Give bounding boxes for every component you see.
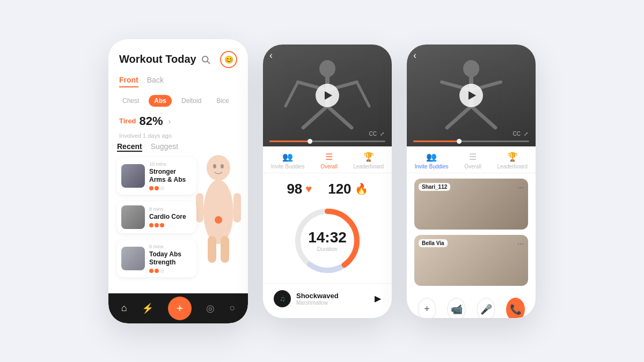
music-play-button[interactable]: ▶: [375, 293, 381, 304]
spotify-icon: ♫: [274, 290, 291, 307]
tab-back[interactable]: Back: [147, 76, 164, 87]
tab-p3-invite[interactable]: 👥 Invite Buddies: [415, 152, 449, 169]
timer-ring-wrapper: 14:32 Duration: [292, 206, 362, 276]
trophy-icon: 🏆: [363, 152, 374, 162]
section-tabs: Recent Suggest: [117, 142, 196, 152]
muscle-chest[interactable]: Chest: [117, 95, 144, 107]
video-progress-fill: [269, 141, 310, 142]
phone-workout-today: Workout Today 😊 Front Back Chest: [108, 39, 248, 323]
p3-overall-icon: ☰: [469, 152, 477, 162]
action-buttons: + 📹 🎤 📞: [407, 291, 536, 318]
tab-leaderboard[interactable]: 🏆 Leaderboard: [353, 152, 384, 169]
stats-arrow: ›: [169, 117, 171, 125]
heart-rate-value: 98: [287, 181, 302, 197]
calories-value: 120: [328, 181, 351, 197]
workout-thumb-3: [121, 247, 145, 270]
muscle-tabs: Chest Abs Deltoid Bice: [108, 92, 248, 110]
fullscreen-button[interactable]: ⤢: [380, 131, 384, 137]
buddy-name-1: Shari_112: [419, 183, 450, 191]
video-call-button[interactable]: 📹: [447, 298, 466, 318]
svg-line-18: [357, 82, 369, 106]
timer-display: 14:32 Duration: [308, 229, 347, 252]
p3-trophy-icon: 🏆: [507, 152, 518, 162]
svg-point-8: [215, 216, 222, 224]
phone3-progress-bar[interactable]: [413, 141, 529, 142]
heart-icon: ♥: [305, 183, 312, 195]
buddy-card-1[interactable]: Shari_112 ···: [414, 179, 528, 230]
workout-thumb-1: [121, 164, 145, 188]
buddy-menu-2[interactable]: ···: [517, 239, 524, 248]
call-button[interactable]: 📞: [506, 298, 525, 318]
svg-point-9: [213, 164, 216, 168]
phone2-tabs: 👥 Invite Buddies ☰ Overall 🏆 Leaderboard: [263, 146, 392, 173]
svg-line-1: [207, 61, 209, 63]
cc-button[interactable]: CC: [369, 131, 377, 137]
workout-card-1[interactable]: 10 mins Stronger Arms & Abs: [117, 157, 196, 195]
timer-label: Duration: [317, 246, 338, 252]
muscle-bice[interactable]: Bice: [211, 95, 234, 107]
workout-meta-3: 8 mins: [149, 244, 192, 249]
muscle-abs[interactable]: Abs: [149, 95, 172, 107]
phone3-cc-button[interactable]: CC: [513, 131, 521, 137]
heart-rate-stat: 98 ♥: [287, 181, 312, 197]
svg-point-3: [203, 180, 233, 244]
workout-card-3[interactable]: 8 mins Today Abs Strength: [117, 240, 196, 277]
video-back-button[interactable]: ‹: [269, 50, 273, 61]
svg-rect-4: [208, 236, 216, 263]
workout-card-2[interactable]: 8 mins Cardio Core: [117, 201, 196, 233]
buddy-name-2: Bella Via: [419, 239, 448, 247]
bottom-nav: ⌂ ⚡ + ◎ ○: [108, 293, 248, 323]
tab-recent[interactable]: Recent: [117, 142, 142, 152]
video-player: ‹ CC ⤢: [263, 45, 392, 146]
svg-line-27: [471, 106, 495, 128]
tired-label: Tired: [119, 117, 136, 125]
nav-plus-button[interactable]: +: [168, 297, 192, 320]
phone3-fullscreen-button[interactable]: ⤢: [524, 131, 528, 137]
workout-list: Recent Suggest 10 mins Strong: [108, 142, 205, 298]
app-scene: Workout Today 😊 Front Back Chest: [76, 23, 568, 339]
phone-invite-buddies: ‹ CC ⤢ 👥 Invite Buddies ☰ Overall 🏆 Lead…: [407, 45, 536, 318]
view-tabs: Front Back: [108, 73, 248, 92]
muscle-deltoid[interactable]: Deltoid: [176, 95, 207, 107]
phone3-video: ‹ CC ⤢: [407, 45, 536, 146]
workout-name-2: Cardio Core: [149, 213, 192, 221]
phone3-tabs: 👥 Invite Buddies ☰ Overall 🏆 Leaderboard: [407, 146, 536, 173]
overall-icon: ☰: [325, 152, 333, 162]
tab-suggest[interactable]: Suggest: [151, 142, 178, 152]
timer-value: 14:32: [308, 229, 347, 246]
artist-name: Marshmallow: [296, 300, 339, 306]
tired-percentage: 82%: [140, 114, 163, 128]
workout-stars-2: [149, 223, 192, 227]
svg-line-15: [303, 106, 327, 128]
nav-activity-icon[interactable]: ⚡: [142, 302, 153, 314]
phone3-back-button[interactable]: ‹: [413, 50, 416, 61]
tab-p3-overall[interactable]: ☰ Overall: [464, 152, 481, 169]
svg-rect-5: [221, 236, 229, 263]
tab-front[interactable]: Front: [119, 76, 138, 87]
video-progress-bar[interactable]: [269, 141, 385, 142]
avatar-icon[interactable]: 😊: [220, 51, 237, 68]
buddies-list: Shari_112 ··· Bella Via ···: [407, 173, 536, 291]
workout-name-1: Stronger Arms & Abs: [149, 168, 192, 184]
svg-line-26: [447, 106, 471, 128]
tab-invite-buddies[interactable]: 👥 Invite Buddies: [271, 152, 305, 169]
nav-home-icon[interactable]: ⌂: [121, 302, 127, 314]
nav-clock-icon[interactable]: ◎: [206, 302, 215, 314]
workout-meta-1: 10 mins: [149, 161, 192, 167]
buddy-menu-1[interactable]: ···: [517, 183, 524, 191]
add-buddy-button[interactable]: +: [418, 298, 436, 318]
workout-thumb-2: [121, 205, 145, 229]
mic-button[interactable]: 🎤: [477, 298, 495, 318]
nav-profile-icon[interactable]: ○: [230, 302, 236, 314]
workout-name-3: Today Abs Strength: [149, 250, 192, 267]
fire-icon: 🔥: [355, 182, 368, 195]
tab-p3-leaderboard[interactable]: 🏆 Leaderboard: [497, 152, 528, 169]
play-button[interactable]: [316, 84, 339, 107]
tab-overall[interactable]: ☰ Overall: [320, 152, 338, 169]
buddy-card-2[interactable]: Bella Via ···: [414, 235, 528, 286]
svg-point-2: [207, 155, 230, 181]
workout-stats: 98 ♥ 120 🔥: [263, 173, 392, 201]
svg-point-11: [319, 60, 335, 77]
search-icon[interactable]: [201, 55, 210, 64]
phone3-play-button[interactable]: [459, 84, 483, 107]
